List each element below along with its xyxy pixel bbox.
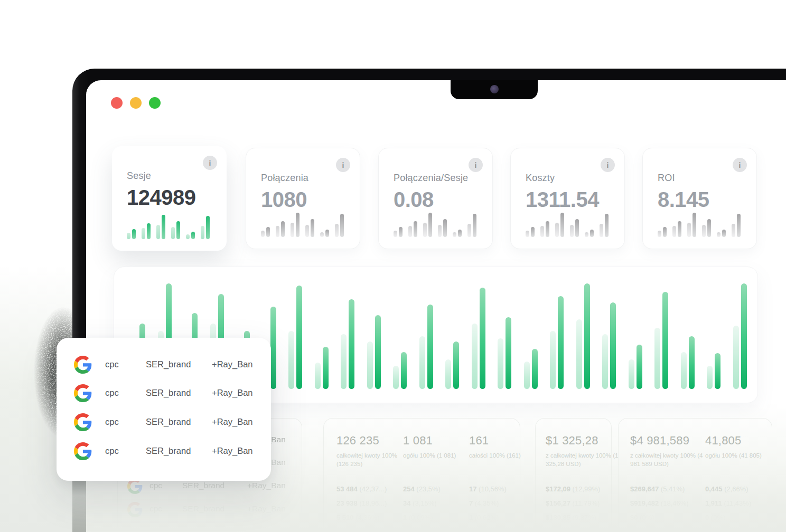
info-icon[interactable]: i <box>601 158 615 172</box>
keyword-row-faded: cpcSER_brand+Ray_Ban <box>117 502 302 520</box>
stat-subtext: ogółu 100% (1 081) <box>403 451 461 460</box>
stat-column: $1 325,28z całkowitej kwoty 100% (1 325,… <box>546 434 620 468</box>
kpi-card-polaczenia-sesje[interactable]: i Połączenia/Sesje 0.08 <box>378 148 493 249</box>
network-label: cpc <box>105 359 119 369</box>
info-icon[interactable]: i <box>733 158 747 172</box>
sparkline-bar <box>473 214 476 237</box>
sparkline-bar <box>156 225 160 239</box>
sparkline-bar <box>546 221 549 237</box>
kpi-label: ROI <box>658 173 743 184</box>
sparkline-bar <box>186 234 190 239</box>
kpi-value: 8.145 <box>658 188 743 212</box>
chart-bar-dark <box>453 341 459 389</box>
sparkline-bar <box>672 226 676 237</box>
sparkline-bar <box>575 219 579 237</box>
sparkline-pair <box>687 213 696 237</box>
sparkline-bar <box>732 224 735 237</box>
info-icon[interactable]: i <box>203 156 217 170</box>
sparkline-bar <box>296 213 300 237</box>
keyword-label: +Ray_Ban <box>212 446 253 456</box>
keyword-row[interactable]: cpcSER_brand+Ray_Ban <box>57 442 271 463</box>
kpi-label: Koszty <box>526 173 611 184</box>
chart-bar-light <box>550 331 556 389</box>
sparkline-bar <box>722 230 726 237</box>
keyword-row[interactable]: cpcSER_brand+Ray_Ban <box>57 413 271 434</box>
chart-bar-dark <box>637 345 642 389</box>
kpi-card-sesje[interactable]: i Sesje 124989 <box>112 146 227 251</box>
kpi-value: 0.08 <box>394 188 479 212</box>
kpi-card-koszty[interactable]: i Koszty 1311.54 <box>510 148 625 249</box>
chart-bar-dark <box>532 349 538 389</box>
stat-row: 1,911 (11,43%) <box>705 499 784 507</box>
sparkline-bar <box>570 225 574 237</box>
sparkline-pair <box>320 230 329 237</box>
close-window-dot[interactable] <box>111 97 123 109</box>
sparkline-bar <box>305 225 309 237</box>
sparkline-bar <box>423 223 427 237</box>
sparkline-bar <box>717 232 720 237</box>
sparkline-bar <box>335 224 339 237</box>
zoom-window-dot[interactable] <box>149 97 161 109</box>
stat-row: $269,647 (5,41%) <box>630 485 709 493</box>
sparkline-pair <box>276 221 285 237</box>
webcam-icon <box>490 85 499 93</box>
sparkline-bar <box>428 213 432 237</box>
minimize-window-dot[interactable] <box>130 97 142 109</box>
sparkline-bar <box>176 221 180 239</box>
campaign-label: SER_brand <box>146 446 191 456</box>
stat-row: 1 (0,62%) <box>469 514 548 521</box>
sparkline-bar <box>266 227 270 237</box>
stat-header: 126 235 <box>336 434 399 448</box>
kpi-value: 1080 <box>261 188 346 212</box>
sparkline-bar <box>585 232 588 237</box>
sparkline-pair <box>702 219 711 237</box>
sparkline-bar <box>320 232 324 237</box>
chart-bar-light <box>629 359 634 389</box>
sparkline-bar <box>340 214 344 237</box>
stat-row: $172,09 (12,99%) <box>546 485 625 493</box>
keyword-label: +Ray_Ban <box>212 388 253 398</box>
chart-bar-light <box>367 341 373 389</box>
sparkline-pair <box>394 227 403 237</box>
sparkline-bar <box>142 228 145 239</box>
kpi-label: Połączenia <box>261 173 346 184</box>
google-icon <box>74 442 92 460</box>
sparkline-bar <box>658 231 661 237</box>
chart-bar-dark <box>610 302 616 389</box>
sparkline-pair <box>540 221 549 237</box>
stat-subtext: ogółu 100% (41 805) <box>705 451 769 460</box>
sparkline-bar <box>540 226 544 237</box>
sparkline-pair <box>570 219 579 237</box>
sparkline-bar <box>201 226 204 239</box>
chart-bar-dark <box>558 296 564 389</box>
campaign-label: SER_brand <box>146 388 191 398</box>
chart-bar-dark <box>349 299 354 389</box>
kpi-card-roi[interactable]: i ROI 8.145 <box>642 148 757 249</box>
sparkline-pair <box>201 216 210 239</box>
stat-header: 41,805 <box>705 434 769 448</box>
chart-bar-light <box>602 334 608 389</box>
chart-bar-dark <box>480 288 485 389</box>
chart-bar-dark <box>375 315 381 389</box>
sparkline-bar <box>526 231 529 237</box>
kpi-sparkline <box>526 212 609 237</box>
keyword-row[interactable]: cpcSER_brand+Ray_Ban <box>57 384 271 405</box>
campaign-label: SER_brand <box>146 359 191 369</box>
sparkline-bar <box>325 230 329 237</box>
info-icon[interactable]: i <box>336 158 350 172</box>
kpi-card-polaczenia[interactable]: i Połączenia 1080 <box>246 148 360 249</box>
sparkline-bar <box>453 232 456 237</box>
sparkline-bar <box>605 214 609 237</box>
keyword-row[interactable]: cpcSER_brand+Ray_Ban <box>57 356 271 377</box>
stat-column: 1 081ogółu 100% (1 081)254 (23,5%)34 (3,… <box>403 434 461 460</box>
google-icon <box>127 479 143 494</box>
sparkline-bar <box>600 224 603 237</box>
chart-bar-light <box>288 331 294 389</box>
info-icon[interactable]: i <box>469 158 483 172</box>
sparkline-pair <box>658 227 667 237</box>
kpi-sparkline <box>394 212 476 237</box>
stat-column: 126 235całkowitej kwoty 100% (126 235)53… <box>336 434 399 468</box>
sparkline-bar <box>408 226 412 237</box>
chart-bar-dark <box>401 352 407 389</box>
google-icon <box>74 413 92 431</box>
